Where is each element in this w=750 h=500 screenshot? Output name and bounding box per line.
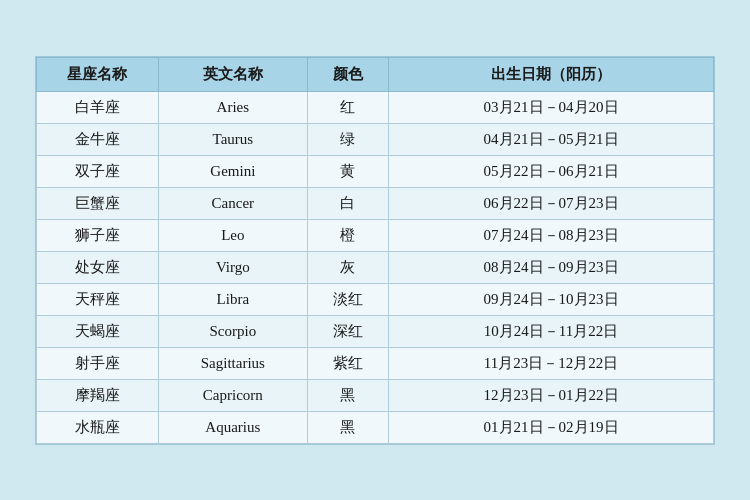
cell-color: 红 [307,91,388,123]
cell-zh-name: 天蝎座 [37,315,159,347]
cell-en-name: Scorpio [158,315,307,347]
zodiac-table-container: 星座名称 英文名称 颜色 出生日期（阳历） 白羊座Aries红03月21日－04… [35,56,715,445]
cell-date-range: 07月24日－08月23日 [389,219,714,251]
cell-zh-name: 金牛座 [37,123,159,155]
header-zh-name: 星座名称 [37,57,159,91]
table-row: 天秤座Libra淡红09月24日－10月23日 [37,283,714,315]
cell-en-name: Virgo [158,251,307,283]
cell-color: 白 [307,187,388,219]
cell-date-range: 03月21日－04月20日 [389,91,714,123]
table-row: 摩羯座Capricorn黑12月23日－01月22日 [37,379,714,411]
cell-zh-name: 水瓶座 [37,411,159,443]
cell-en-name: Libra [158,283,307,315]
cell-date-range: 01月21日－02月19日 [389,411,714,443]
cell-date-range: 10月24日－11月22日 [389,315,714,347]
cell-en-name: Capricorn [158,379,307,411]
cell-zh-name: 白羊座 [37,91,159,123]
cell-en-name: Aries [158,91,307,123]
table-row: 射手座Sagittarius紫红11月23日－12月22日 [37,347,714,379]
cell-zh-name: 狮子座 [37,219,159,251]
cell-color: 橙 [307,219,388,251]
table-row: 天蝎座Scorpio深红10月24日－11月22日 [37,315,714,347]
header-en-name: 英文名称 [158,57,307,91]
cell-zh-name: 处女座 [37,251,159,283]
cell-date-range: 06月22日－07月23日 [389,187,714,219]
table-row: 白羊座Aries红03月21日－04月20日 [37,91,714,123]
zodiac-table: 星座名称 英文名称 颜色 出生日期（阳历） 白羊座Aries红03月21日－04… [36,57,714,444]
cell-zh-name: 双子座 [37,155,159,187]
cell-en-name: Cancer [158,187,307,219]
cell-date-range: 11月23日－12月22日 [389,347,714,379]
cell-en-name: Taurus [158,123,307,155]
cell-color: 灰 [307,251,388,283]
cell-color: 黑 [307,411,388,443]
cell-zh-name: 射手座 [37,347,159,379]
cell-date-range: 04月21日－05月21日 [389,123,714,155]
cell-color: 黄 [307,155,388,187]
cell-color: 黑 [307,379,388,411]
table-row: 巨蟹座Cancer白06月22日－07月23日 [37,187,714,219]
cell-color: 绿 [307,123,388,155]
cell-zh-name: 天秤座 [37,283,159,315]
cell-date-range: 12月23日－01月22日 [389,379,714,411]
cell-color: 淡红 [307,283,388,315]
table-body: 白羊座Aries红03月21日－04月20日金牛座Taurus绿04月21日－0… [37,91,714,443]
cell-color: 紫红 [307,347,388,379]
cell-date-range: 09月24日－10月23日 [389,283,714,315]
cell-color: 深红 [307,315,388,347]
cell-en-name: Leo [158,219,307,251]
cell-zh-name: 巨蟹座 [37,187,159,219]
cell-en-name: Sagittarius [158,347,307,379]
cell-date-range: 08月24日－09月23日 [389,251,714,283]
table-row: 处女座Virgo灰08月24日－09月23日 [37,251,714,283]
table-row: 双子座Gemini黄05月22日－06月21日 [37,155,714,187]
table-row: 狮子座Leo橙07月24日－08月23日 [37,219,714,251]
cell-date-range: 05月22日－06月21日 [389,155,714,187]
cell-en-name: Gemini [158,155,307,187]
table-row: 水瓶座Aquarius黑01月21日－02月19日 [37,411,714,443]
header-color: 颜色 [307,57,388,91]
cell-en-name: Aquarius [158,411,307,443]
table-row: 金牛座Taurus绿04月21日－05月21日 [37,123,714,155]
table-header-row: 星座名称 英文名称 颜色 出生日期（阳历） [37,57,714,91]
cell-zh-name: 摩羯座 [37,379,159,411]
header-date-range: 出生日期（阳历） [389,57,714,91]
